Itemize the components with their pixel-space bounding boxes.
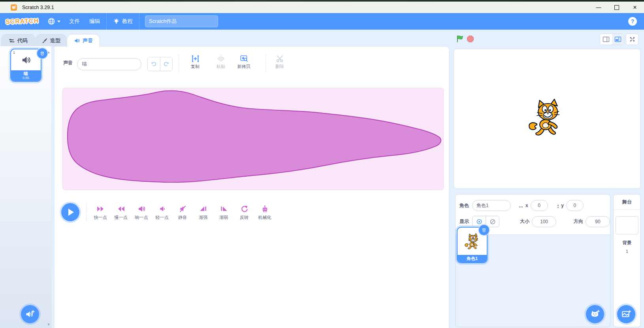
- speaker-plus-icon: [25, 309, 35, 319]
- redo-button[interactable]: [160, 57, 173, 71]
- fade-in-icon: [199, 205, 207, 213]
- sound-list-sidebar: [0, 46, 52, 328]
- sprite-info-row-2: 显示 大小 方向: [456, 216, 610, 227]
- sprite-size-input[interactable]: [532, 216, 556, 227]
- blocks-icon: [9, 38, 15, 44]
- scratch-logo[interactable]: SCRATCH: [6, 17, 39, 26]
- effects-row: 快一点 慢一点 响一点 轻一点 静音 渐强 渐弱 反转: [90, 205, 275, 221]
- normal-stage-icon: [614, 36, 621, 42]
- maximize-button[interactable]: [608, 2, 626, 13]
- sprite-x-input[interactable]: [531, 200, 548, 211]
- project-name-input[interactable]: [145, 15, 218, 27]
- backdrop-thumbnail[interactable]: [616, 216, 638, 234]
- backdrop-count: 1: [614, 249, 640, 254]
- effect-fade-in[interactable]: 渐强: [193, 205, 213, 221]
- add-sprite-button[interactable]: [586, 305, 604, 323]
- effect-robot[interactable]: 机械化: [254, 205, 275, 221]
- undo-button[interactable]: [148, 57, 160, 71]
- eye-icon: [476, 219, 482, 225]
- small-stage-button[interactable]: [600, 34, 612, 45]
- copy-button[interactable]: 复制: [184, 55, 206, 74]
- window-controls: — ×: [589, 2, 644, 13]
- undo-redo-group: [147, 57, 173, 71]
- green-flag-button[interactable]: [456, 35, 464, 43]
- backdrop-label: 背景: [614, 240, 640, 246]
- toolbar-divider: [179, 55, 179, 72]
- minimize-button[interactable]: —: [589, 2, 608, 13]
- menu-file[interactable]: 文件: [64, 13, 85, 30]
- sound-name-label: 声音: [63, 60, 73, 66]
- cat-thumbnail-icon: [464, 233, 480, 250]
- delete-sprite-button[interactable]: [478, 224, 490, 236]
- direction-label: 方向: [574, 218, 583, 225]
- y-arrow-icon: ↕: [557, 202, 560, 209]
- paste-button[interactable]: 粘贴: [210, 55, 232, 74]
- tab-sounds[interactable]: 声音: [67, 34, 100, 47]
- effects-divider: [86, 203, 87, 221]
- stage-size-toggle: [600, 34, 624, 45]
- normal-stage-button[interactable]: [612, 34, 624, 45]
- sprite-tile-label: 角色1: [458, 255, 487, 262]
- sprite-cat-on-stage[interactable]: [527, 99, 565, 137]
- paste-label: 粘贴: [217, 64, 225, 70]
- tab-sounds-label: 声音: [83, 37, 93, 44]
- effect-label: 反转: [240, 215, 249, 221]
- delete-button[interactable]: 删除: [269, 55, 291, 74]
- tab-code-label: 代码: [17, 37, 28, 44]
- effect-slower[interactable]: 慢一点: [111, 205, 131, 221]
- waveform-shape: [63, 88, 443, 190]
- effect-fade-out[interactable]: 渐弱: [213, 205, 234, 221]
- menu-tutorials[interactable]: 教程: [108, 18, 137, 25]
- effect-faster[interactable]: 快一点: [90, 205, 111, 221]
- rewind-icon: [117, 205, 125, 213]
- stage-panel-title: 舞台: [614, 194, 640, 210]
- app-icon: [11, 4, 17, 11]
- language-selector[interactable]: [47, 17, 60, 25]
- sprite-label: 角色: [459, 202, 469, 209]
- effect-softer[interactable]: 轻一点: [152, 205, 172, 221]
- lightbulb-icon: [113, 18, 120, 25]
- effect-label: 机械化: [258, 215, 271, 221]
- menu-edit[interactable]: 编辑: [85, 13, 105, 30]
- speaker-icon: [21, 55, 31, 65]
- effect-reverse[interactable]: 反转: [234, 205, 254, 221]
- sprite-tile-name: 角色1: [458, 256, 487, 261]
- add-backdrop-button[interactable]: [617, 305, 635, 323]
- tab-code[interactable]: 代码: [1, 34, 35, 47]
- sprite-info-row-1: 角色 ↔ x ↕ y: [456, 200, 610, 211]
- effect-label: 快一点: [94, 215, 107, 221]
- sprite-direction-input[interactable]: [586, 216, 610, 227]
- scroll-down-arrow[interactable]: ▼: [46, 322, 51, 326]
- menu-tutorials-label: 教程: [122, 18, 133, 25]
- brush-icon: [41, 38, 48, 44]
- fade-out-icon: [220, 205, 228, 213]
- fullscreen-button[interactable]: [626, 34, 638, 45]
- effect-label: 渐强: [199, 215, 207, 221]
- sound-name-input[interactable]: [77, 58, 141, 70]
- sprite-y-input[interactable]: [566, 200, 584, 211]
- scissors-icon: [276, 55, 284, 63]
- effect-label: 轻一点: [156, 215, 169, 221]
- stop-button[interactable]: [467, 35, 474, 43]
- louder-icon: [137, 205, 146, 213]
- close-button[interactable]: ×: [626, 2, 644, 13]
- mute-icon: [179, 205, 187, 213]
- play-sound-button[interactable]: [61, 203, 79, 221]
- help-button[interactable]: ?: [628, 17, 637, 26]
- waveform-canvas[interactable]: [62, 88, 444, 190]
- toolbar-divider: [266, 55, 266, 72]
- undo-icon: [151, 61, 157, 67]
- sprite-name-input[interactable]: [472, 200, 511, 211]
- show-label: 显示: [459, 218, 469, 225]
- copy-to-new-button[interactable]: 新拷贝: [233, 55, 255, 74]
- scratch-app-window: Scratch 3.29.1 — × SCRATCH 文件 编辑 教程 ? 代码…: [0, 0, 644, 328]
- copy-to-new-icon: [240, 55, 248, 63]
- effect-mute[interactable]: 静音: [172, 205, 193, 221]
- delete-sound-button[interactable]: [36, 47, 48, 59]
- copy-to-new-label: 新拷贝: [237, 64, 250, 70]
- cat-plus-icon: [590, 309, 600, 319]
- effect-louder[interactable]: 响一点: [131, 205, 152, 221]
- tab-costumes[interactable]: 造型: [36, 34, 66, 47]
- trash-icon: [40, 51, 45, 56]
- add-sound-button[interactable]: [21, 305, 39, 323]
